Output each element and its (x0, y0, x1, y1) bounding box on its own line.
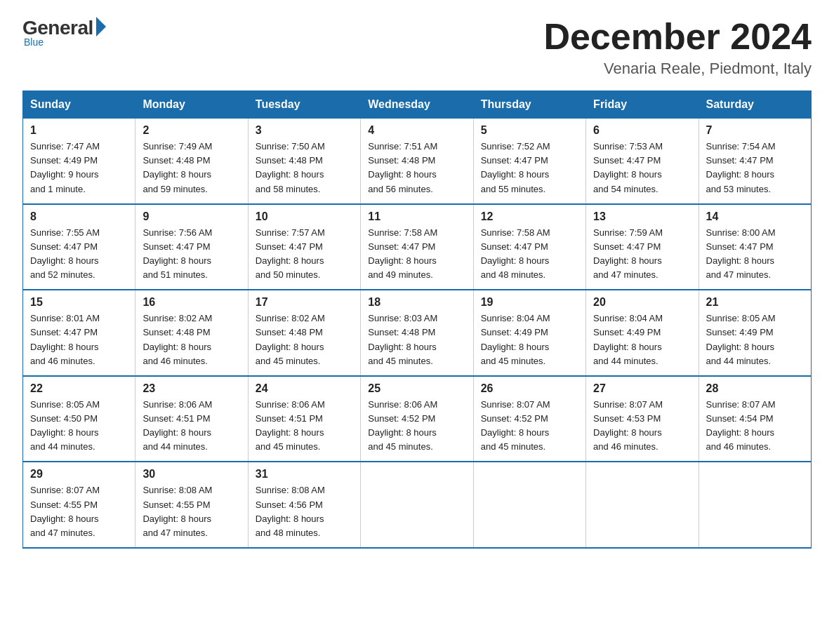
day-info: Sunrise: 8:02 AM Sunset: 4:48 PM Dayligh… (143, 311, 240, 368)
calendar-cell: 1Sunrise: 7:47 AM Sunset: 4:49 PM Daylig… (23, 119, 135, 204)
day-info: Sunrise: 8:03 AM Sunset: 4:48 PM Dayligh… (368, 311, 465, 368)
logo-triangle-icon (96, 17, 106, 36)
calendar-row: 22Sunrise: 8:05 AM Sunset: 4:50 PM Dayli… (23, 376, 812, 462)
day-number: 25 (368, 382, 465, 395)
calendar-body: 1Sunrise: 7:47 AM Sunset: 4:49 PM Daylig… (23, 119, 812, 548)
calendar-cell: 8Sunrise: 7:55 AM Sunset: 4:47 PM Daylig… (23, 204, 135, 290)
logo-subtitle: Blue (24, 36, 44, 48)
day-number: 9 (143, 210, 240, 223)
calendar-cell: 30Sunrise: 8:08 AM Sunset: 4:55 PM Dayli… (135, 462, 248, 548)
day-number: 11 (368, 210, 465, 223)
header-friday: Friday (586, 91, 699, 119)
calendar-cell: 13Sunrise: 7:59 AM Sunset: 4:47 PM Dayli… (586, 204, 699, 290)
day-number: 27 (593, 382, 691, 395)
day-info: Sunrise: 7:52 AM Sunset: 4:47 PM Dayligh… (481, 140, 578, 196)
day-number: 18 (368, 296, 465, 309)
day-number: 15 (30, 296, 128, 309)
day-info: Sunrise: 8:00 AM Sunset: 4:47 PM Dayligh… (706, 226, 804, 283)
calendar-cell: 22Sunrise: 8:05 AM Sunset: 4:50 PM Dayli… (23, 376, 135, 462)
day-number: 28 (706, 382, 804, 395)
day-info: Sunrise: 8:06 AM Sunset: 4:52 PM Dayligh… (368, 398, 465, 455)
day-info: Sunrise: 8:07 AM Sunset: 4:55 PM Dayligh… (30, 483, 128, 540)
header-saturday: Saturday (699, 91, 811, 119)
day-number: 14 (706, 210, 804, 223)
day-info: Sunrise: 8:06 AM Sunset: 4:51 PM Dayligh… (143, 398, 240, 455)
day-number: 2 (143, 124, 240, 137)
day-number: 3 (256, 124, 353, 137)
day-info: Sunrise: 7:49 AM Sunset: 4:48 PM Dayligh… (143, 140, 240, 196)
day-info: Sunrise: 8:05 AM Sunset: 4:49 PM Dayligh… (706, 311, 804, 368)
location: Venaria Reale, Piedmont, Italy (543, 60, 812, 78)
calendar-cell: 24Sunrise: 8:06 AM Sunset: 4:51 PM Dayli… (248, 376, 360, 462)
day-number: 16 (143, 296, 240, 309)
day-info: Sunrise: 8:08 AM Sunset: 4:55 PM Dayligh… (143, 483, 240, 540)
header-sunday: Sunday (23, 91, 135, 119)
day-info: Sunrise: 8:07 AM Sunset: 4:52 PM Dayligh… (481, 398, 578, 455)
calendar-cell: 15Sunrise: 8:01 AM Sunset: 4:47 PM Dayli… (23, 290, 135, 376)
calendar-row: 15Sunrise: 8:01 AM Sunset: 4:47 PM Dayli… (23, 290, 812, 376)
day-number: 4 (368, 124, 465, 137)
day-info: Sunrise: 7:53 AM Sunset: 4:47 PM Dayligh… (593, 140, 691, 196)
day-info: Sunrise: 7:55 AM Sunset: 4:47 PM Dayligh… (30, 226, 128, 283)
calendar-cell: 29Sunrise: 8:07 AM Sunset: 4:55 PM Dayli… (23, 462, 135, 548)
calendar-cell: 9Sunrise: 7:56 AM Sunset: 4:47 PM Daylig… (135, 204, 248, 290)
day-number: 20 (593, 296, 691, 309)
calendar-cell: 12Sunrise: 7:58 AM Sunset: 4:47 PM Dayli… (473, 204, 585, 290)
day-number: 6 (593, 124, 691, 137)
day-info: Sunrise: 7:59 AM Sunset: 4:47 PM Dayligh… (593, 226, 691, 283)
day-number: 5 (481, 124, 578, 137)
header-row: SundayMondayTuesdayWednesdayThursdayFrid… (23, 91, 812, 119)
day-info: Sunrise: 7:50 AM Sunset: 4:48 PM Dayligh… (256, 140, 353, 196)
calendar-cell: 26Sunrise: 8:07 AM Sunset: 4:52 PM Dayli… (473, 376, 585, 462)
day-info: Sunrise: 7:58 AM Sunset: 4:47 PM Dayligh… (368, 226, 465, 283)
day-info: Sunrise: 8:06 AM Sunset: 4:51 PM Dayligh… (256, 398, 353, 455)
day-info: Sunrise: 8:07 AM Sunset: 4:54 PM Dayligh… (706, 398, 804, 455)
calendar-cell: 27Sunrise: 8:07 AM Sunset: 4:53 PM Dayli… (586, 376, 699, 462)
calendar-cell: 10Sunrise: 7:57 AM Sunset: 4:47 PM Dayli… (248, 204, 360, 290)
header-tuesday: Tuesday (248, 91, 360, 119)
calendar-cell: 28Sunrise: 8:07 AM Sunset: 4:54 PM Dayli… (699, 376, 811, 462)
day-number: 1 (30, 124, 128, 137)
day-number: 24 (256, 382, 353, 395)
day-info: Sunrise: 7:58 AM Sunset: 4:47 PM Dayligh… (481, 226, 578, 283)
calendar-row: 1Sunrise: 7:47 AM Sunset: 4:49 PM Daylig… (23, 119, 812, 204)
day-info: Sunrise: 7:56 AM Sunset: 4:47 PM Dayligh… (143, 226, 240, 283)
calendar-row: 29Sunrise: 8:07 AM Sunset: 4:55 PM Dayli… (23, 462, 812, 548)
calendar-cell (586, 462, 699, 548)
day-number: 10 (256, 210, 353, 223)
day-info: Sunrise: 8:08 AM Sunset: 4:56 PM Dayligh… (256, 483, 353, 540)
calendar-table: SundayMondayTuesdayWednesdayThursdayFrid… (22, 90, 812, 549)
day-number: 22 (30, 382, 128, 395)
calendar-cell: 2Sunrise: 7:49 AM Sunset: 4:48 PM Daylig… (135, 119, 248, 204)
calendar-cell: 17Sunrise: 8:02 AM Sunset: 4:48 PM Dayli… (248, 290, 360, 376)
calendar-cell: 7Sunrise: 7:54 AM Sunset: 4:47 PM Daylig… (699, 119, 811, 204)
day-number: 13 (593, 210, 691, 223)
day-number: 17 (256, 296, 353, 309)
day-number: 19 (481, 296, 578, 309)
calendar-cell: 5Sunrise: 7:52 AM Sunset: 4:47 PM Daylig… (473, 119, 585, 204)
calendar-header: SundayMondayTuesdayWednesdayThursdayFrid… (23, 91, 812, 119)
calendar-cell: 19Sunrise: 8:04 AM Sunset: 4:49 PM Dayli… (473, 290, 585, 376)
calendar-cell: 6Sunrise: 7:53 AM Sunset: 4:47 PM Daylig… (586, 119, 699, 204)
day-info: Sunrise: 7:51 AM Sunset: 4:48 PM Dayligh… (368, 140, 465, 196)
logo: General Blue (22, 17, 106, 48)
calendar-cell: 14Sunrise: 8:00 AM Sunset: 4:47 PM Dayli… (699, 204, 811, 290)
header-thursday: Thursday (473, 91, 585, 119)
calendar-cell: 4Sunrise: 7:51 AM Sunset: 4:48 PM Daylig… (361, 119, 473, 204)
day-info: Sunrise: 7:47 AM Sunset: 4:49 PM Dayligh… (30, 140, 128, 196)
calendar-cell: 20Sunrise: 8:04 AM Sunset: 4:49 PM Dayli… (586, 290, 699, 376)
day-number: 21 (706, 296, 804, 309)
calendar-cell (361, 462, 473, 548)
calendar-cell (699, 462, 811, 548)
calendar-cell: 18Sunrise: 8:03 AM Sunset: 4:48 PM Dayli… (361, 290, 473, 376)
day-info: Sunrise: 7:54 AM Sunset: 4:47 PM Dayligh… (706, 140, 804, 196)
day-number: 29 (30, 468, 128, 481)
calendar-cell: 16Sunrise: 8:02 AM Sunset: 4:48 PM Dayli… (135, 290, 248, 376)
day-info: Sunrise: 8:04 AM Sunset: 4:49 PM Dayligh… (593, 311, 691, 368)
day-info: Sunrise: 7:57 AM Sunset: 4:47 PM Dayligh… (256, 226, 353, 283)
title-block: December 2024 Venaria Reale, Piedmont, I… (543, 17, 812, 78)
calendar-cell (473, 462, 585, 548)
day-number: 12 (481, 210, 578, 223)
calendar-cell: 31Sunrise: 8:08 AM Sunset: 4:56 PM Dayli… (248, 462, 360, 548)
day-info: Sunrise: 8:05 AM Sunset: 4:50 PM Dayligh… (30, 398, 128, 455)
